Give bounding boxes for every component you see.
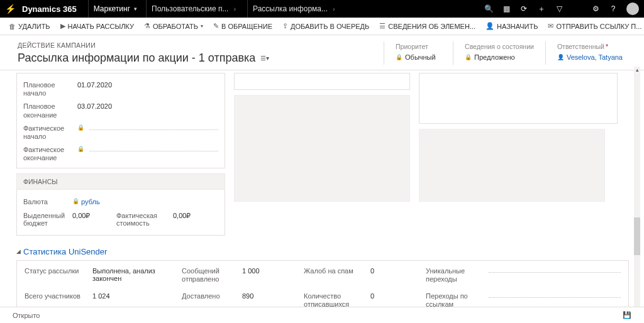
lock-icon: 🔒 [77,124,84,131]
breadcrumb-2[interactable]: Рассылка информа... › [247,0,343,18]
scrollbar[interactable]: ▴ [634,67,640,308]
lock-icon: 🔒 [465,54,472,60]
stats-panel: Статус рассылкиВыполнена, анализ законче… [16,260,629,310]
state-value: Предложено [474,53,515,61]
queue-icon: ⇪ [282,22,288,30]
fact-cost-value[interactable]: 0,00₽ [173,212,217,227]
gear-icon[interactable]: ⚙ [591,4,600,13]
area-dropdown[interactable]: Маркетинг [88,0,142,18]
start-mailing-button[interactable]: ▶НАЧАТЬ РАССЫЛКУ [57,22,138,30]
entity-label: ДЕЙСТВИЕ КАМПАНИИ [18,41,384,49]
lock-icon: 🔒 [396,54,402,60]
top-icon-bar: 🔍 ▦ ⟳ ＋ ▽ ⚙ ? [484,3,639,15]
status-bar: Открыто 💾 [0,307,644,323]
add-to-queue-button[interactable]: ⇪ДОБАВИТЬ В ОЧЕРЕДЬ [279,22,373,30]
scroll-thumb[interactable] [634,217,640,255]
finance-panel: Валюта🔒 рубль Выделенный бюджет0,00₽ Фак… [16,190,225,236]
topbar: ⚡ Dynamics 365 Маркетинг Пользовательски… [0,0,644,18]
lock-icon: 🔒 [72,198,79,205]
record-header: ДЕЙСТВИЕ КАМПАНИИ Рассылка информации по… [0,35,644,70]
chevron-right-icon: › [333,5,335,13]
add-icon[interactable]: ＋ [537,4,546,13]
sitemap-icon[interactable]: ▦ [502,4,511,13]
pencil-icon: ✎ [213,22,219,30]
state-label: Сведения о состоянии [465,43,534,50]
item-details-button[interactable]: ☰СВЕДЕНИЯ ОБ ЭЛЕМЕН... [375,22,479,30]
flask-icon: ⚗ [144,22,150,30]
mail-icon: ✉ [548,22,553,30]
record-status: Открыто [13,312,40,319]
trash-icon: 🗑 [9,23,16,30]
page-title: Рассылка информации по акции - 1 отправк… [18,52,255,65]
chevron-right-icon: › [233,5,236,13]
spam-value: 0 [370,267,418,283]
dates-panel: Плановое начало01.07.2020 Плановое оконч… [16,73,225,168]
caret-icon: ◢ [16,248,21,255]
filter-icon[interactable]: ▽ [555,4,564,13]
priority-value: Обычный [405,53,436,61]
link-clicks-value [489,297,621,298]
stats-section-title[interactable]: ◢Статистика UniSender [16,247,107,256]
sent-value: 1 000 [242,267,296,283]
play-icon: ▶ [60,22,65,30]
owner-link[interactable]: Veselova, Tatyana [567,53,623,61]
placeholder-panel-d [419,129,605,202]
finance-header: ФИНАНСЫ [16,173,225,190]
content: Плановое начало01.07.2020 Плановое оконч… [0,70,644,309]
recent-icon[interactable]: ⟳ [519,4,528,13]
assign-icon: 👤 [486,22,494,30]
breadcrumb-1[interactable]: Пользовательские п... › [146,0,243,18]
to-appeal-button[interactable]: ✎В ОБРАЩЕНИЕ [209,22,276,30]
send-link-button[interactable]: ✉ОТПРАВИТЬ ССЫЛКУ П... [544,22,644,30]
owner-label: Ответственный* [557,43,623,50]
scroll-up-icon[interactable]: ▴ [634,67,640,73]
placeholder-panel-a [234,73,410,90]
assign-button[interactable]: 👤НАЗНАЧИТЬ [482,22,541,30]
unique-clicks-value [489,272,621,273]
placeholder-panel-c [419,73,618,124]
brand[interactable]: Dynamics 365 [22,4,77,14]
mailing-status-value: Выполнена, анализ закончен [92,267,174,283]
currency-link[interactable]: рубль [81,198,100,205]
title-menu-icon[interactable]: ☰▾ [260,55,269,62]
chevron-down-icon: ▾ [201,23,203,29]
list-icon: ☰ [379,22,386,30]
save-icon[interactable]: 💾 [623,311,631,320]
budget-value[interactable]: 0,00₽ [72,212,116,227]
delete-button[interactable]: 🗑УДАЛИТЬ [5,23,54,30]
bolt-icon: ⚡ [5,4,16,14]
search-icon[interactable]: 🔍 [484,4,493,13]
placeholder-panel-b [234,95,410,202]
command-bar: 🗑УДАЛИТЬ ▶НАЧАТЬ РАССЫЛКУ ⚗ОБРАБОТАТЬ▾ ✎… [0,18,644,35]
avatar[interactable] [626,3,639,15]
process-button[interactable]: ⚗ОБРАБОТАТЬ▾ [140,22,207,30]
help-icon[interactable]: ? [609,4,618,13]
lock-icon: 🔒 [77,146,84,152]
priority-label: Приоритет [396,43,441,50]
plan-start-value[interactable]: 01.07.2020 [77,81,112,89]
plan-end-value[interactable]: 03.07.2020 [77,102,112,110]
person-icon: 👤 [557,54,564,60]
